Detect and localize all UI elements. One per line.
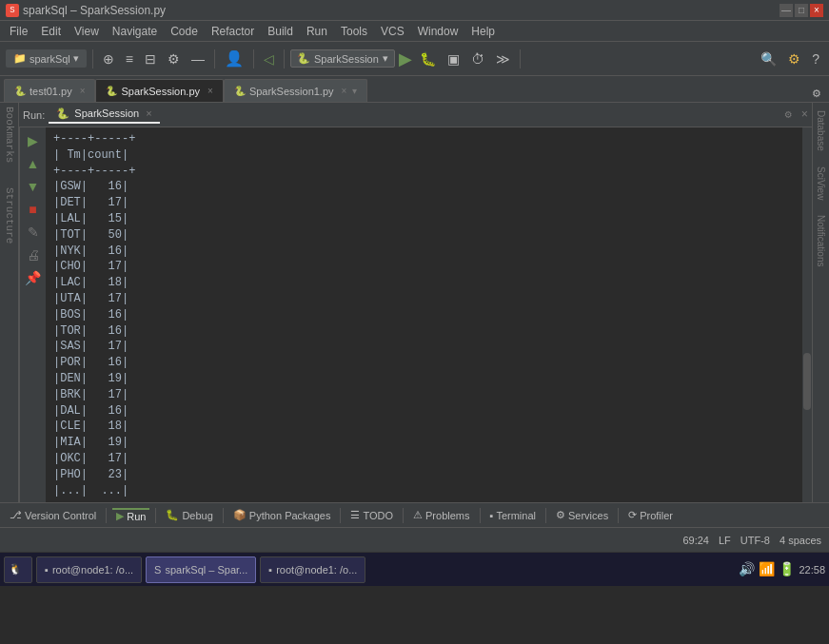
minus-icon[interactable]: — [188, 49, 208, 68]
tab-python-packages[interactable]: 📦 Python Packages [229, 509, 335, 521]
back-icon[interactable]: ◁ [260, 49, 278, 68]
tab-todo[interactable]: ☰ TODO [346, 509, 397, 521]
menu-refactor[interactable]: Refactor [206, 23, 260, 40]
run-config-dropdown[interactable]: 🐍 SparkSession ▾ [290, 49, 395, 68]
menu-build[interactable]: Build [262, 23, 299, 40]
console-wrapper: Run: 🐍 SparkSession × ⚙ × ▶ ▲ ▼ ■ ✎ 🖨 📌 [19, 103, 812, 502]
console-output: +----+-----+ | Tm|count| +----+-----+ |G… [46, 127, 802, 502]
console-line: |GSW| 16| [53, 179, 795, 195]
run-button[interactable]: ▶ [399, 49, 412, 69]
more-tabs-icon[interactable]: ▾ [352, 86, 357, 96]
pin-button[interactable]: 📌 [23, 268, 43, 287]
menu-run[interactable]: Run [301, 23, 333, 40]
encoding[interactable]: UTF-8 [740, 535, 770, 546]
scrollbar-thumb[interactable] [803, 353, 811, 410]
py-icon: 🐍 [14, 86, 26, 96]
run-close-icon[interactable]: × [801, 108, 808, 122]
stop-button[interactable]: ■ [27, 200, 38, 219]
menu-code[interactable]: Code [165, 23, 204, 40]
menu-help[interactable]: Help [465, 23, 501, 40]
run-session-tab[interactable]: 🐍 SparkSession × [49, 106, 159, 124]
tab-test01-close[interactable]: × [80, 86, 86, 96]
vc-icon: ⎇ [10, 509, 22, 521]
project-dropdown[interactable]: 📁 sparkSql ▾ [6, 49, 87, 68]
run-settings-icon[interactable]: ⚙ [785, 107, 792, 122]
search-everywhere-button[interactable]: 🔍 [757, 49, 780, 68]
tab-terminal[interactable]: ▪ Terminal [486, 510, 540, 521]
collapse-icon[interactable]: ⊟ [141, 49, 160, 68]
battery-icon[interactable]: 🔋 [779, 561, 795, 577]
tab-sparksession1-close[interactable]: × [342, 86, 347, 96]
structure-label[interactable]: Structure [4, 187, 15, 244]
menu-file[interactable]: File [4, 23, 33, 40]
menu-navigate[interactable]: Navigate [107, 23, 163, 40]
debug-button[interactable]: 🐛 [416, 49, 440, 68]
toolbar-separator-3 [253, 49, 254, 68]
close-button[interactable]: × [810, 4, 823, 17]
tab-services[interactable]: ⚙ Services [552, 509, 612, 521]
menu-window[interactable]: Window [412, 23, 464, 40]
tab-problems[interactable]: ⚠ Problems [409, 509, 473, 521]
taskbar-clock: 22:58 [799, 564, 825, 576]
more-run-button[interactable]: ≫ [492, 49, 514, 68]
maximize-button[interactable]: □ [795, 4, 808, 17]
sep-2 [155, 508, 156, 523]
tab-debug[interactable]: 🐛 Debug [162, 509, 216, 521]
console-line: |CHO| 17| [53, 259, 795, 275]
tab-run[interactable]: ▶ Run [112, 508, 149, 522]
cursor-position[interactable]: 69:24 [682, 535, 709, 546]
close-run-button[interactable]: ✎ [26, 223, 41, 242]
sciview-panel-label[interactable]: SciView [814, 159, 828, 207]
line-ending[interactable]: LF [719, 535, 731, 546]
scroll-up-button[interactable]: ▲ [25, 154, 42, 173]
list-icon[interactable]: ≡ [122, 49, 137, 68]
rerun-button[interactable]: ▶ [26, 131, 40, 150]
tab-version-control[interactable]: ⎇ Version Control [6, 509, 100, 521]
run-tab-icon: 🐍 [56, 107, 69, 119]
help-button[interactable]: ? [808, 49, 823, 68]
spark-icon: S [154, 564, 161, 576]
console-scrollbar[interactable] [802, 127, 812, 502]
settings2-button[interactable]: ⚙ [784, 49, 804, 68]
menu-tools[interactable]: Tools [335, 23, 373, 40]
window-controls[interactable]: — □ × [780, 4, 823, 17]
services-label: Services [568, 510, 608, 521]
taskbar-start[interactable]: 🐧 [4, 556, 32, 583]
database-panel-label[interactable]: Database [814, 103, 828, 159]
taskbar-item-spark[interactable]: S sparkSql – Spar... [146, 556, 256, 583]
tab-sparksession[interactable]: 🐍 SparkSession.py × [95, 79, 223, 102]
taskbar-item-terminal1[interactable]: ▪ root@node1: /o... [36, 556, 142, 583]
sep-7 [545, 508, 546, 523]
tab-sparksession-close[interactable]: × [207, 86, 213, 96]
tab-profiler[interactable]: ⟳ Profiler [624, 509, 677, 521]
sep-5 [403, 508, 404, 523]
indent-setting[interactable]: 4 spaces [780, 535, 821, 546]
add-icon[interactable]: ⊕ [99, 49, 118, 68]
profile-icon[interactable]: 👤 [221, 48, 247, 69]
profile-run-button[interactable]: ⏱ [467, 49, 488, 68]
coverage-button[interactable]: ▣ [444, 49, 464, 68]
notifications-panel-label[interactable]: Notifications [814, 207, 828, 274]
settings-icon[interactable]: ⚙ [164, 49, 184, 68]
tab-sparksession-label: SparkSession.py [121, 86, 200, 97]
tab-sparksession1[interactable]: 🐍 SparkSession1.py × ▾ [224, 79, 368, 102]
bookmarks-label[interactable]: Bookmarks [4, 107, 15, 163]
console-body: ▶ ▲ ▼ ■ ✎ 🖨 📌 +----+-----+ | Tm|count| +… [19, 127, 812, 502]
network-icon[interactable]: 📶 [759, 561, 775, 577]
run-tab-close[interactable]: × [146, 107, 151, 119]
console-line: | Tm|count| [53, 147, 795, 164]
tab-test01[interactable]: 🐍 test01.py × [4, 79, 95, 102]
debug-icon: 🐛 [166, 509, 179, 521]
tabs-settings-icon[interactable]: ⚙ [808, 86, 825, 102]
menu-vcs[interactable]: VCS [375, 23, 410, 40]
print-button[interactable]: 🖨 [25, 245, 42, 264]
volume-icon[interactable]: 🔊 [739, 561, 755, 577]
packages-icon: 📦 [233, 509, 247, 521]
sep-1 [106, 508, 107, 523]
menu-view[interactable]: View [69, 23, 105, 40]
minimize-button[interactable]: — [780, 4, 793, 17]
taskbar-item-terminal2[interactable]: ▪ root@node1: /o... [260, 556, 365, 583]
menu-edit[interactable]: Edit [35, 23, 67, 40]
scroll-down-button[interactable]: ▼ [25, 177, 42, 196]
console-line: |SAS| 17| [53, 339, 795, 355]
